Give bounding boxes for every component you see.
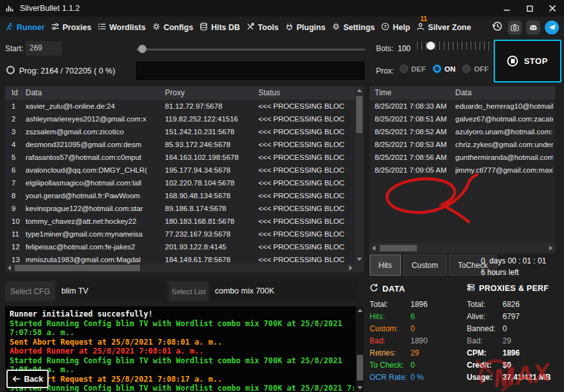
stat-value: 6826 [503, 300, 520, 309]
hits-grid-hscrollbar[interactable] [370, 243, 555, 253]
telegram-icon[interactable] [545, 20, 559, 35]
column-header-data[interactable]: Data [455, 86, 471, 100]
menu-item-tools[interactable]: Tools [246, 22, 278, 33]
menu-item-hitsdb[interactable]: Hits DB [200, 22, 240, 33]
table-row[interactable]: 8youri.gerard@hotmail.fr:PawWoom168.90.4… [5, 189, 355, 202]
stat-value: 0 [411, 324, 415, 333]
cell-status: <<< PROCESSING BLOC [258, 202, 352, 215]
table-row[interactable]: 7elgilipollasmagico@hotmail.com:lall102.… [5, 176, 355, 189]
menu-item-silver-zone[interactable]: 11 Silver Zone [416, 22, 471, 33]
column-header-id[interactable]: Id [12, 86, 18, 100]
hits-row[interactable]: 8/25/2021 7:09:05 AMjimmy.ctl777@gmail.c… [370, 164, 555, 176]
table-row[interactable]: 4desmond321095@gmail.com:desm85.93.172.2… [5, 138, 355, 151]
menu-item-plugins[interactable]: Plugins [285, 22, 325, 33]
cell-id: 8 [12, 189, 24, 202]
menu-item-proxies[interactable]: Proxies [51, 22, 91, 33]
radio-circle-icon [400, 65, 408, 73]
start-slider[interactable] [136, 45, 365, 54]
table-row[interactable]: 2ashleymariereyes2012@gmail.com:x119.82.… [5, 113, 355, 125]
stat-row: Retries:29 [370, 347, 467, 359]
hits-grid: Time Data 8/25/2021 7:08:33 AMeduardo_he… [370, 86, 555, 253]
select-cfg-button[interactable]: Select CFG [5, 281, 55, 301]
slider-handle[interactable] [427, 42, 435, 50]
close-button[interactable] [541, 0, 564, 17]
menu-item-help[interactable]: ? Help [381, 22, 410, 33]
cell-data: azulyoro.unam@hotmail.com: [455, 125, 553, 138]
table-row[interactable]: 10tommy_chavez@att.net:hockey22180.183.1… [5, 215, 355, 228]
time-remaining: 6 hours left [481, 268, 519, 277]
column-header-time[interactable]: Time [375, 86, 391, 100]
discord-icon[interactable] [526, 20, 540, 35]
scroll-right-arrow[interactable] [549, 246, 552, 251]
list-icon [98, 22, 106, 33]
bots-slider[interactable] [417, 41, 492, 51]
cell-time: 8/25/2021 7:08:53 AM [375, 138, 454, 151]
column-header-status[interactable]: Status [258, 86, 280, 100]
camera-icon[interactable] [508, 20, 522, 35]
scroll-thumb[interactable] [380, 245, 417, 251]
stat-value: $0 [503, 361, 511, 370]
prox-radio-off[interactable]: OFF [462, 65, 489, 73]
scroll-up-arrow[interactable] [357, 309, 363, 312]
main-grid-hscrollbar[interactable] [5, 263, 355, 272]
prox-radio-on[interactable]: ON [433, 65, 455, 73]
tab-hits[interactable]: Hits [370, 255, 401, 276]
hits-row[interactable]: 8/25/2021 7:08:56 AMgunthermiranda@hotma… [370, 151, 555, 164]
start-input[interactable]: 269 [26, 41, 62, 56]
slider-handle[interactable] [138, 45, 146, 53]
hits-row[interactable]: 8/25/2021 7:08:51 AMgalvez67@hotmail.com… [370, 113, 555, 125]
filter-input[interactable] [136, 61, 364, 80]
table-row[interactable]: 6avaloncloud@qq.com:DMGY_CHLR(195.177.94… [5, 164, 355, 176]
hits-row[interactable]: 8/25/2021 7:08:53 AMchriz.zykes@gmail.co… [370, 138, 555, 151]
table-row[interactable]: 3zszsalem@gmail.com:zicotico151.242.10.2… [5, 125, 355, 138]
scroll-down-arrow[interactable] [357, 386, 363, 389]
table-row[interactable]: 13mmiszuta1983@gmail.com:Magdal184.149.6… [5, 253, 355, 263]
scroll-left-arrow[interactable] [8, 265, 11, 270]
scroll-thumb[interactable] [15, 265, 140, 271]
data-stats-rows: Total:1896Hits:6Custom:0Bad:1890Retries:… [370, 298, 467, 383]
scroll-right-arrow[interactable] [349, 265, 352, 270]
scroll-thumb[interactable] [356, 96, 363, 133]
select-list-button[interactable]: Select List [169, 281, 208, 301]
table-row[interactable]: 1xavier_zulu@t-online.de:2481.12.72.97:5… [5, 100, 355, 113]
menu-item-runner[interactable]: Runner [5, 22, 45, 33]
stat-value: 1896 [503, 349, 520, 357]
hits-grid-header: Time Data [370, 86, 555, 100]
back-button[interactable]: Back [6, 370, 49, 388]
scroll-up-arrow[interactable] [357, 89, 362, 92]
menu-item-configs[interactable]: Configs [152, 22, 194, 33]
cell-data: felipeisac@hotmail.com:fe-jakes2 [26, 240, 162, 253]
menu-item-wordlists[interactable]: Wordlists [98, 22, 146, 33]
cell-status: <<< PROCESSING BLOC [258, 215, 352, 228]
stop-button[interactable]: STOP [494, 40, 561, 82]
tab-custom[interactable]: Custom [403, 255, 447, 276]
scroll-thumb[interactable] [357, 355, 363, 380]
scroll-left-arrow[interactable] [372, 246, 375, 251]
menu-item-settings[interactable]: Settings [332, 22, 375, 33]
cell-id: 9 [12, 202, 24, 215]
stat-label: Usage: [467, 373, 503, 382]
column-header-data[interactable]: Data [26, 86, 42, 100]
log-scrollbar[interactable] [356, 306, 364, 392]
maximize-button[interactable] [518, 0, 541, 17]
bots-value[interactable]: 100 [398, 44, 411, 53]
table-row[interactable]: 9kevinsprague122@hotmail.com:star89.186.… [5, 202, 355, 215]
hits-row[interactable]: 8/25/2021 7:08:33 AMeduardo_herrerag10@h… [370, 100, 555, 113]
prox-radio-def[interactable]: DEF [400, 65, 426, 73]
cfg-input[interactable]: blim TV [56, 281, 165, 301]
hits-row[interactable]: 8/25/2021 7:08:52 AMazulyoro.unam@hotmai… [370, 125, 555, 138]
table-row[interactable]: 12felipeisac@hotmail.com:fe-jakes2201.93… [5, 240, 355, 253]
app-icon [5, 4, 14, 13]
cell-proxy: 151.242.10.231:5678 [165, 125, 256, 138]
list-input[interactable]: combo mix 700K [210, 281, 358, 301]
scroll-down-arrow[interactable] [357, 258, 362, 261]
column-header-proxy[interactable]: Proxy [165, 86, 185, 100]
main-grid-vscrollbar[interactable] [355, 86, 364, 263]
cell-status: <<< PROCESSING BLOC [258, 151, 352, 164]
cell-status: <<< PROCESSING BLOC [258, 125, 352, 138]
history-icon[interactable] [492, 20, 503, 35]
table-row[interactable]: 11type1miner@gmail.com:mynameisa77.232.1… [5, 228, 355, 240]
minimize-button[interactable] [495, 0, 518, 17]
log-line: Runner initialized succesfully! [10, 310, 354, 319]
table-row[interactable]: 5rafasantos57@hotmail.com:c0mput164.163.… [5, 151, 355, 164]
